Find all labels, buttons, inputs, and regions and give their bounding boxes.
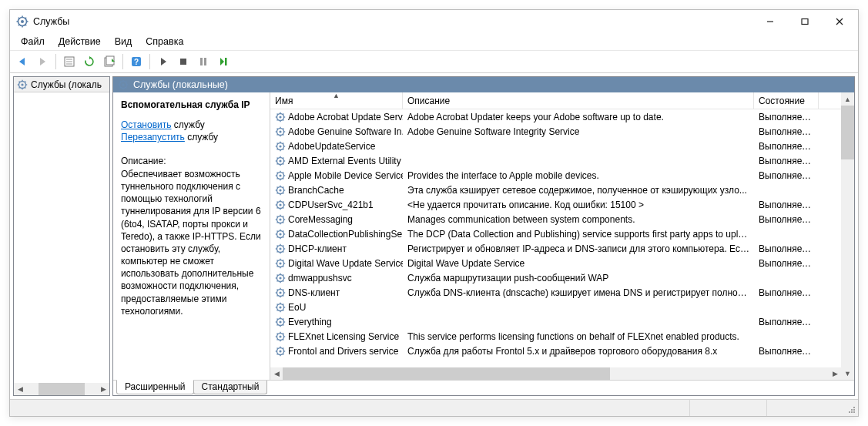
menu-file[interactable]: Файл [15, 35, 51, 49]
titlebar: Службы [10, 10, 858, 33]
menu-view[interactable]: Вид [109, 35, 139, 49]
svg-rect-41 [225, 58, 227, 65]
properties-button[interactable] [60, 52, 79, 71]
service-state: Выполняется [754, 287, 819, 298]
list-hscrollbar[interactable]: ◀▶ [270, 367, 841, 380]
service-name: DataCollectionPublishingSe... [288, 229, 403, 240]
service-row[interactable]: EverythingВыполняется [270, 314, 841, 329]
svg-marker-24 [19, 58, 25, 65]
service-row[interactable]: DHCP-клиентРегистрирует и обновляет IP-а… [270, 241, 841, 256]
window-title: Службы [33, 16, 69, 27]
gear-icon [275, 258, 286, 269]
service-desc: This service performs licensing function… [403, 331, 754, 342]
service-state: Выполняется [754, 200, 819, 210]
svg-rect-42 [853, 407, 855, 408]
service-state: Выполняется [754, 243, 819, 254]
service-desc: Регистрирует и обновляет IP-адреса и DNS… [403, 243, 754, 254]
col-header-desc[interactable]: Описание [403, 92, 754, 109]
svg-rect-45 [849, 411, 850, 413]
service-state: Выполняется [754, 214, 819, 225]
service-row[interactable]: FLEXnet Licensing ServiceThis service pe… [270, 329, 841, 344]
nav-forward-button[interactable] [33, 52, 52, 71]
tab-extended[interactable]: Расширенный [116, 380, 194, 394]
service-list: Имя ▲ Описание Состояние Adobe Acrobat U… [270, 92, 841, 380]
description-label: Описание: [121, 155, 262, 167]
export-list-button[interactable] [100, 52, 119, 71]
service-state: Выполняется [754, 170, 819, 181]
service-desc: Manages communication between system com… [403, 214, 754, 225]
service-row[interactable]: Adobe Acrobat Update Serv...Adobe Acroba… [270, 109, 841, 124]
statusbar [10, 399, 858, 416]
svg-marker-36 [161, 58, 166, 65]
sort-asc-icon: ▲ [333, 92, 340, 99]
refresh-button[interactable] [80, 52, 99, 71]
pause-service-button[interactable] [194, 52, 213, 71]
svg-rect-39 [204, 58, 206, 65]
svg-rect-46 [851, 411, 853, 413]
service-name: DHCP-клиент [288, 243, 347, 254]
close-button[interactable] [822, 11, 856, 33]
service-state: Выполняется [754, 317, 819, 327]
gear-icon [275, 112, 286, 122]
gear-icon [275, 200, 286, 210]
service-row[interactable]: CDPUserSvc_421b1<Не удается прочитать оп… [270, 197, 841, 212]
gear-icon [118, 79, 129, 90]
nav-root-item[interactable]: Службы (локаль [14, 77, 109, 92]
svg-text:?: ? [134, 58, 139, 66]
service-row[interactable]: BranchCacheЭта служба кэширует сетевое с… [270, 183, 841, 197]
gear-icon [275, 156, 286, 166]
gear-icon [275, 170, 286, 181]
svg-marker-25 [40, 58, 45, 65]
service-row[interactable]: AMD External Events UtilityВыполняется [270, 153, 841, 168]
service-row[interactable]: Digital Wave Update ServiceDigital Wave … [270, 256, 841, 270]
svg-marker-40 [220, 58, 224, 65]
svg-rect-37 [180, 59, 186, 65]
service-row[interactable]: DNS-клиентСлужба DNS-клиента (dnscache) … [270, 285, 841, 300]
gear-icon [275, 214, 286, 225]
gear-icon [275, 229, 286, 240]
service-desc: <Не удается прочитать описание. Код ошиб… [403, 200, 754, 210]
stop-service-link[interactable]: Остановить [121, 119, 172, 130]
service-row[interactable]: Apple Mobile Device ServiceProvides the … [270, 168, 841, 183]
service-desc: Служба маршрутизации push-сообщений WAP [403, 273, 754, 283]
service-row[interactable]: AdobeUpdateServiceВыполняется [270, 139, 841, 153]
service-row[interactable]: DataCollectionPublishingSe...The DCP (Da… [270, 226, 841, 241]
service-state: Выполняется [754, 346, 819, 357]
tab-standard[interactable]: Стандартный [193, 381, 268, 394]
nav-hscrollbar[interactable]: ◀ ▶ [14, 383, 109, 395]
list-header: Имя ▲ Описание Состояние [270, 92, 841, 109]
stop-service-button[interactable] [174, 52, 193, 71]
list-vscrollbar[interactable]: ▲ ▼ [841, 92, 854, 380]
svg-rect-21 [802, 19, 808, 25]
col-header-name[interactable]: Имя ▲ [270, 92, 403, 109]
service-row[interactable]: EoU [270, 300, 841, 314]
minimize-button[interactable] [752, 11, 787, 33]
gear-icon [17, 79, 28, 90]
resize-grip-icon[interactable] [844, 400, 858, 416]
gear-icon [275, 185, 286, 196]
restart-service-button[interactable] [214, 52, 233, 71]
description-text: Обеспечивает возможность туннельного под… [121, 168, 262, 317]
stop-suffix: службу [172, 119, 205, 130]
menu-help[interactable]: Справка [139, 35, 189, 49]
start-service-button[interactable] [154, 52, 173, 71]
service-name: CoreMessaging [288, 214, 353, 225]
service-row[interactable]: CoreMessagingManages communication betwe… [270, 212, 841, 226]
service-row[interactable]: Adobe Genuine Software In...Adobe Genuin… [270, 124, 841, 139]
service-row[interactable]: Frontol and Drivers serviceСлужба для ра… [270, 344, 841, 358]
content-header-label: Службы (локальные) [133, 79, 228, 90]
service-desc: Adobe Acrobat Updater keeps your Adobe s… [403, 112, 754, 122]
detail-pane: Вспомогательная служба IP Остановить слу… [113, 92, 270, 380]
maximize-button[interactable] [787, 11, 822, 33]
service-state: Выполняется [754, 126, 819, 137]
restart-service-link[interactable]: Перезапустить [121, 132, 185, 143]
service-name: AdobeUpdateService [288, 141, 375, 152]
menu-action[interactable]: Действие [52, 35, 107, 49]
col-header-state[interactable]: Состояние [754, 92, 819, 109]
body: Службы (локаль ◀ ▶ Службы (локальные) Вс… [13, 76, 855, 396]
service-row[interactable]: dmwappushsvcСлужба маршрутизации push-со… [270, 270, 841, 285]
service-state: Выполняется [754, 112, 819, 122]
service-name: Adobe Genuine Software In... [288, 126, 403, 137]
help-button[interactable]: ? [127, 52, 146, 71]
nav-back-button[interactable] [13, 52, 32, 71]
